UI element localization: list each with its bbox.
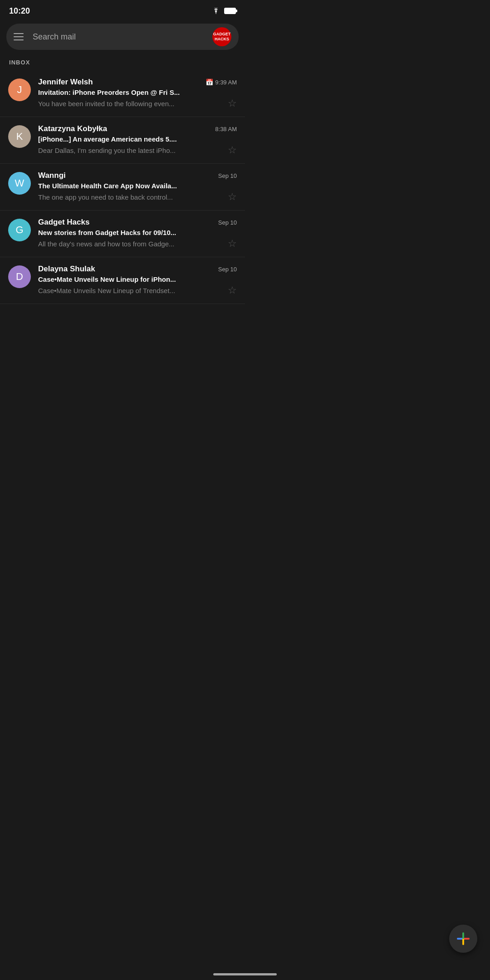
wifi-icon [211, 8, 220, 14]
email-sender: Delayna Shulak [38, 265, 95, 274]
status-time: 10:20 [9, 6, 30, 16]
email-time: Sep 10 [218, 172, 237, 179]
sender-avatar: G [8, 219, 31, 241]
email-header: Gadget Hacks Sep 10 [38, 218, 237, 227]
email-time: Sep 10 [218, 219, 237, 226]
email-item[interactable]: W Wanngi Sep 10 The Ultimate Health Care… [0, 164, 245, 211]
email-meta: 📅 9:39 AM [206, 78, 237, 86]
email-subject: New stories from Gadget Hacks for 09/10.… [38, 229, 237, 236]
email-preview: Case•Mate Unveils New Lineup of Trendset… [38, 287, 224, 294]
star-icon[interactable]: ☆ [228, 144, 237, 156]
sender-avatar: D [8, 265, 31, 288]
email-preview-row: Dear Dallas, I'm sending you the latest … [38, 144, 237, 156]
star-icon[interactable]: ☆ [228, 191, 237, 203]
search-bar[interactable]: Search mail GADGETHACKS [6, 24, 239, 50]
sender-avatar: W [8, 172, 31, 195]
sender-avatar: J [8, 78, 31, 101]
star-icon[interactable]: ☆ [228, 284, 237, 296]
email-item[interactable]: J Jennifer Welsh 📅 9:39 AM Invitation: i… [0, 70, 245, 117]
email-list: J Jennifer Welsh 📅 9:39 AM Invitation: i… [0, 70, 245, 304]
star-icon[interactable]: ☆ [228, 238, 237, 250]
email-meta: Sep 10 [218, 266, 237, 273]
email-subject: [iPhone...] An average American needs 5.… [38, 135, 237, 143]
status-bar: 10:20 [0, 0, 245, 20]
user-avatar[interactable]: GADGETHACKS [212, 27, 231, 46]
email-header: Katarzyna Kobyłka 8:38 AM [38, 124, 237, 133]
email-content: Gadget Hacks Sep 10 New stories from Gad… [38, 218, 237, 250]
email-preview: You have been invited to the following e… [38, 100, 224, 108]
search-input[interactable]: Search mail [33, 32, 212, 42]
battery-icon [224, 8, 236, 14]
menu-icon[interactable] [14, 33, 24, 40]
email-time: 9:39 AM [215, 79, 237, 86]
inbox-section-label: INBOX [0, 55, 245, 70]
email-preview-row: All the day's news and how tos from Gadg… [38, 238, 237, 250]
status-icons [211, 8, 236, 14]
email-meta: Sep 10 [218, 172, 237, 179]
email-meta: 8:38 AM [215, 126, 237, 132]
sender-avatar: K [8, 125, 31, 148]
email-subject: The Ultimate Health Care App Now Availa.… [38, 182, 237, 190]
email-time: Sep 10 [218, 266, 237, 273]
star-icon[interactable]: ☆ [228, 98, 237, 109]
email-subject: Case•Mate Unveils New Lineup for iPhon..… [38, 275, 237, 283]
email-sender: Katarzyna Kobyłka [38, 124, 107, 133]
email-preview-row: You have been invited to the following e… [38, 98, 237, 109]
email-subject: Invitation: iPhone Preorders Open @ Fri … [38, 88, 237, 96]
email-content: Katarzyna Kobyłka 8:38 AM [iPhone...] An… [38, 124, 237, 156]
email-preview-row: The one app you need to take back contro… [38, 191, 237, 203]
email-sender: Gadget Hacks [38, 218, 89, 227]
email-item[interactable]: D Delayna Shulak Sep 10 Case•Mate Unveil… [0, 257, 245, 304]
email-content: Jennifer Welsh 📅 9:39 AM Invitation: iPh… [38, 78, 237, 109]
email-time: 8:38 AM [215, 126, 237, 132]
email-content: Delayna Shulak Sep 10 Case•Mate Unveils … [38, 265, 237, 296]
email-item[interactable]: G Gadget Hacks Sep 10 New stories from G… [0, 211, 245, 257]
email-header: Jennifer Welsh 📅 9:39 AM [38, 78, 237, 87]
email-preview: Dear Dallas, I'm sending you the latest … [38, 147, 224, 154]
email-meta: Sep 10 [218, 219, 237, 226]
calendar-icon: 📅 [206, 78, 213, 86]
email-preview: The one app you need to take back contro… [38, 193, 224, 201]
email-sender: Jennifer Welsh [38, 78, 93, 87]
email-preview-row: Case•Mate Unveils New Lineup of Trendset… [38, 284, 237, 296]
email-sender: Wanngi [38, 171, 66, 180]
email-header: Wanngi Sep 10 [38, 171, 237, 180]
email-item[interactable]: K Katarzyna Kobyłka 8:38 AM [iPhone...] … [0, 117, 245, 164]
email-content: Wanngi Sep 10 The Ultimate Health Care A… [38, 171, 237, 203]
email-preview: All the day's news and how tos from Gadg… [38, 240, 224, 248]
email-header: Delayna Shulak Sep 10 [38, 265, 237, 274]
